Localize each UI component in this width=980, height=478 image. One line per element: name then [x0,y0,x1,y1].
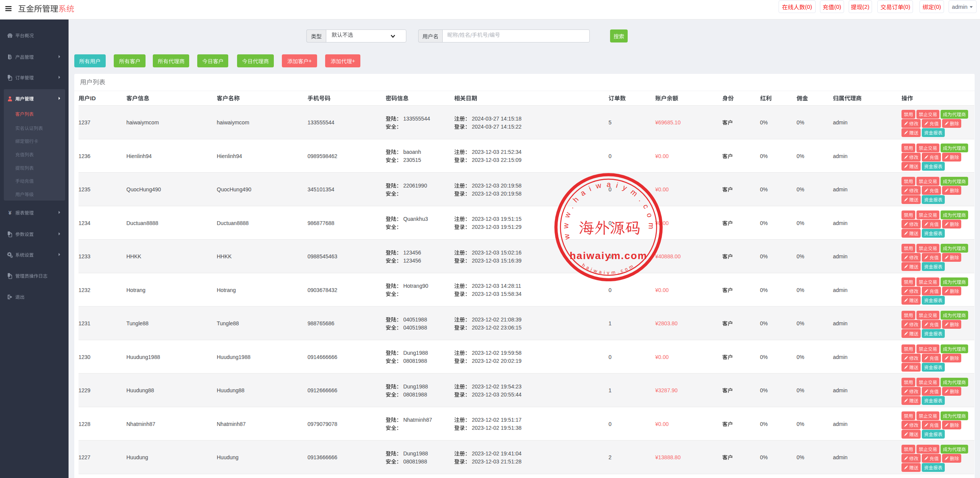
svg-text:www.haiwaiym.com: www.haiwaiym.com [561,180,656,240]
svg-text:haiwaiym.com: haiwaiym.com [581,263,636,276]
svg-text:¥: ¥ [8,210,11,216]
svg-text:haiwaiym.com: haiwaiym.com [569,250,647,261]
